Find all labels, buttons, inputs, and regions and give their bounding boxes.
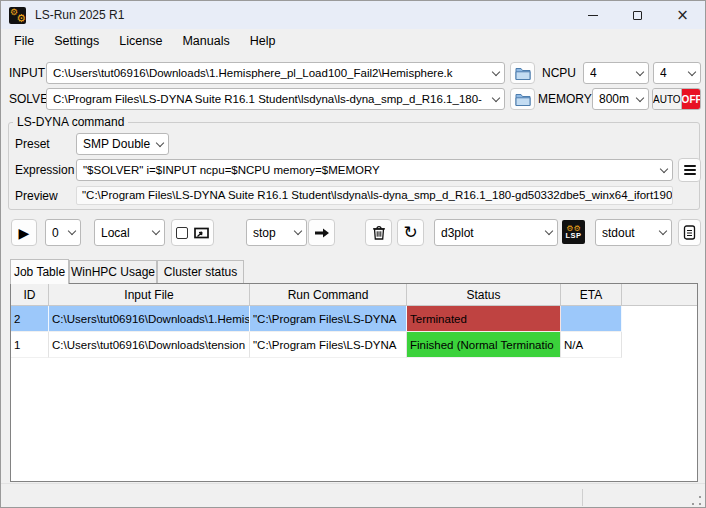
console-window-toggle-button[interactable] [171, 219, 214, 246]
job-table-header: ID Input File Run Command Status ETA [11, 284, 697, 306]
hamburger-icon [684, 165, 696, 167]
preset-value: SMP Double [83, 137, 151, 151]
expression-menu-button[interactable] [678, 158, 701, 182]
ncpu-combobox[interactable]: 4 [583, 62, 649, 84]
status-badge: Finished (Normal Terminatio [407, 332, 561, 358]
memory-value: 800m [599, 92, 631, 106]
solver-path-combobox[interactable]: C:\Program Files\LS-DYNA Suite R16.1 Stu… [46, 88, 505, 110]
minimize-button[interactable] [570, 1, 615, 29]
cell-input-file: C:\Users\tut06916\Downloads\1.Hemis [49, 306, 250, 332]
auto-toggle-label: AUTO [653, 89, 682, 109]
signal-combobox[interactable]: stop [246, 219, 307, 246]
expression-label: Expression [15, 159, 74, 181]
chevron-down-icon [636, 93, 644, 101]
solver-browse-button[interactable] [510, 88, 535, 110]
cell-run-command: "C:\Program Files\LS-DYNA [250, 332, 407, 358]
input-browse-button[interactable] [510, 62, 535, 84]
preview-field: "C:\Program Files\LS-DYNA Suite R16.1 St… [76, 186, 673, 205]
refresh-button[interactable]: ↻ [397, 219, 424, 246]
preset-label: Preset [15, 133, 50, 155]
tab-job-table[interactable]: Job Table [10, 259, 69, 284]
maximize-button[interactable] [615, 1, 660, 29]
chevron-down-icon [545, 227, 553, 235]
chevron-down-icon [659, 227, 667, 235]
menu-license[interactable]: License [109, 29, 172, 53]
send-signal-button[interactable] [308, 219, 335, 246]
chevron-down-icon [492, 93, 500, 101]
close-icon: × [676, 8, 689, 23]
memory-combobox[interactable]: 800m [592, 88, 649, 110]
column-header-run-command[interactable]: Run Command [250, 284, 407, 305]
statusbar [1, 483, 705, 508]
ncpu-label: NCPU [542, 62, 576, 84]
column-header-status[interactable]: Status [407, 284, 561, 305]
auto-toggle-state: OFF [682, 89, 701, 109]
popout-window-icon [194, 227, 209, 239]
gear-icon: ⚙ [16, 13, 26, 24]
menubar: File Settings License Manuals Help [1, 29, 705, 53]
signal-value: stop [253, 226, 289, 240]
maximize-icon [633, 11, 642, 20]
job-table: ID Input File Run Command Status ETA 2 C… [10, 283, 698, 482]
statusbar-divider [582, 489, 583, 506]
chevron-down-icon [636, 67, 644, 75]
view-log-button[interactable] [678, 219, 701, 246]
menu-manuals[interactable]: Manuals [172, 29, 239, 53]
minimize-icon [588, 15, 598, 16]
target-combobox[interactable]: Local [94, 219, 165, 246]
input-path-combobox[interactable]: C:\Users\tut06916\Downloads\1.Hemisphere… [46, 62, 505, 84]
chevron-down-icon [68, 227, 76, 235]
menu-file[interactable]: File [4, 29, 44, 53]
delete-job-button[interactable] [365, 219, 392, 246]
preset-combobox[interactable]: SMP Double [76, 133, 169, 155]
table-row[interactable]: 2 C:\Users\tut06916\Downloads\1.Hemis "C… [11, 306, 622, 332]
chevron-down-icon [492, 67, 500, 75]
solver-path-value: C:\Program Files\LS-DYNA Suite R16.1 Stu… [53, 93, 487, 105]
table-row[interactable]: 1 C:\Users\tut06916\Downloads\tension "C… [11, 332, 622, 358]
cell-id: 2 [11, 306, 49, 332]
tab-winhpc-usage[interactable]: WinHPC Usage [69, 260, 157, 283]
input-label: INPUT [9, 62, 45, 84]
column-header-id[interactable]: ID [11, 284, 49, 305]
lsp-icon: LSP [565, 232, 581, 240]
preview-label: Preview [15, 185, 58, 207]
ncpu-secondary-value: 4 [660, 66, 683, 80]
app-icon: ⚙ ⚙ [9, 7, 26, 24]
run-button[interactable]: ▶ [11, 219, 37, 246]
cell-eta [561, 306, 622, 332]
ls-dyna-command-group-title: LS-DYNA command [13, 116, 128, 128]
output-stream-combobox[interactable]: stdout [595, 219, 672, 246]
ncpu-secondary-combobox[interactable]: 4 [653, 62, 701, 84]
trash-icon [372, 225, 386, 240]
column-header-input-file[interactable]: Input File [49, 284, 250, 305]
window-title: LS-Run 2025 R1 [35, 8, 124, 22]
memory-auto-toggle[interactable]: AUTO OFF [652, 88, 701, 110]
chevron-down-icon [294, 227, 302, 235]
refresh-icon: ↻ [403, 224, 417, 241]
open-lsprepost-button[interactable]: ⚙⚙ LSP [562, 220, 585, 244]
checkbox-icon [176, 227, 188, 239]
folder-icon [515, 93, 531, 106]
cell-id: 1 [11, 332, 49, 358]
close-button[interactable]: × [660, 1, 705, 29]
chevron-down-icon [688, 67, 696, 75]
column-header-eta[interactable]: ETA [561, 284, 622, 305]
chevron-down-icon [660, 164, 668, 172]
expression-combobox[interactable]: "$SOLVER" i=$INPUT ncpu=$NCPU memory=$ME… [76, 159, 673, 181]
result-file-combobox[interactable]: d3plot [434, 219, 558, 246]
cell-eta: N/A [561, 332, 622, 358]
chevron-down-icon [156, 138, 164, 146]
cell-input-file: C:\Users\tut06916\Downloads\tension [49, 332, 250, 358]
cell-run-command: "C:\Program Files\LS-DYNA [250, 306, 407, 332]
result-file-value: d3plot [441, 226, 540, 240]
resize-grip[interactable] [691, 495, 702, 506]
folder-icon [515, 67, 531, 80]
menu-help[interactable]: Help [240, 29, 286, 53]
play-icon: ▶ [19, 226, 30, 240]
arrow-right-icon [314, 227, 330, 239]
queue-combobox[interactable]: 0 [45, 219, 81, 246]
expression-value: "$SOLVER" i=$INPUT ncpu=$NCPU memory=$ME… [83, 164, 655, 176]
tab-cluster-status[interactable]: Cluster status [157, 260, 244, 283]
menu-settings[interactable]: Settings [44, 29, 109, 53]
status-badge: Terminated [407, 306, 561, 332]
